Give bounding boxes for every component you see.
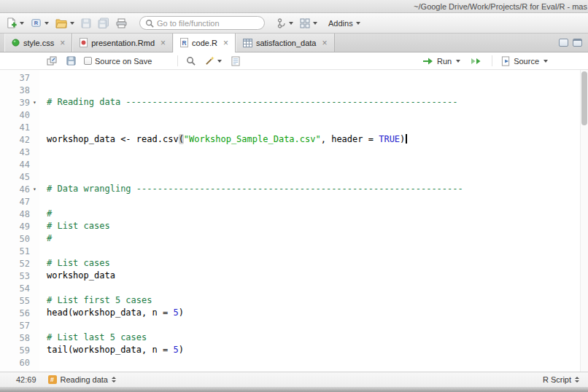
save-button[interactable] <box>80 17 93 30</box>
run-button[interactable]: Run <box>422 57 460 66</box>
file-type-label: R Script <box>543 375 571 384</box>
updown-arrows-icon <box>575 377 579 383</box>
print-button[interactable] <box>115 17 128 30</box>
fold-arrow-icon[interactable]: ▾ <box>30 96 39 109</box>
compile-report-button[interactable] <box>230 55 241 68</box>
dropdown-caret <box>45 22 49 25</box>
code-line[interactable]: # List cases <box>47 257 588 270</box>
minimize-pane-button[interactable] <box>559 39 568 47</box>
code-editor[interactable]: 373839▾40414243444546▾474849505152535455… <box>0 70 588 372</box>
code-line[interactable]: # List last 5 cases <box>47 332 588 344</box>
run-arrow-icon <box>422 57 434 66</box>
rerun-arrows-icon <box>471 57 481 66</box>
checkbox-icon[interactable] <box>84 57 92 65</box>
version-control-button[interactable] <box>276 17 295 30</box>
code-line[interactable]: # List first 5 cases <box>47 294 588 307</box>
svg-text:R: R <box>34 20 39 26</box>
save-all-button[interactable] <box>96 16 111 30</box>
popout-button[interactable] <box>45 55 58 67</box>
line-number: 61 <box>0 369 39 372</box>
svg-text:R: R <box>182 40 187 47</box>
code-line[interactable] <box>47 195 588 208</box>
code-line[interactable]: # Data wrangling -----------------------… <box>47 183 588 195</box>
source-button[interactable]: Source <box>501 56 548 66</box>
scrollbar-thumb[interactable] <box>581 71 587 125</box>
tab-label: style.css <box>23 39 54 47</box>
tab-presentation-rmd[interactable]: presentation.Rmd × <box>72 34 173 52</box>
code-line[interactable]: tail(workshop_data, n = 5) <box>47 344 588 356</box>
pane-buttons <box>559 34 588 52</box>
section-label: Reading data <box>61 375 108 384</box>
toolbar-separator <box>492 55 492 66</box>
goto-file-box <box>139 16 265 30</box>
line-number: 51 <box>0 245 39 257</box>
main-toolbar: R <box>0 13 588 34</box>
line-number: 56 <box>0 307 39 319</box>
code-line[interactable] <box>47 282 588 294</box>
goto-file-input[interactable] <box>157 19 258 28</box>
source-label: Source <box>514 57 539 66</box>
line-number: 58 <box>0 332 39 344</box>
code-line[interactable] <box>47 109 588 121</box>
code-lines[interactable]: # Reading data -------------------------… <box>39 70 588 372</box>
desktop-edge <box>0 387 588 392</box>
new-file-button[interactable] <box>4 16 26 30</box>
line-number: 43 <box>0 146 39 158</box>
code-line[interactable] <box>47 170 588 183</box>
close-tab-icon[interactable]: × <box>223 39 228 47</box>
maximize-pane-button[interactable] <box>573 39 582 47</box>
data-grid-icon <box>243 39 252 47</box>
close-tab-icon[interactable]: × <box>322 39 327 47</box>
save-button-editor[interactable] <box>65 55 77 67</box>
dropdown-caret <box>70 22 74 25</box>
pane-layout-button[interactable] <box>298 17 319 30</box>
find-replace-button[interactable] <box>185 55 197 67</box>
code-tools-button[interactable] <box>204 55 223 67</box>
search-icon <box>186 56 196 66</box>
code-line[interactable] <box>47 158 588 170</box>
rstudio-window: ~/Google Drive/Work/Projects/R for Eval/… <box>0 0 588 392</box>
tab-label: satisfaction_data <box>256 39 317 47</box>
line-number: 53 <box>0 270 39 282</box>
code-line[interactable] <box>47 319 588 332</box>
file-type-selector[interactable]: R Script <box>543 375 582 384</box>
fold-arrow-icon[interactable]: ▾ <box>30 183 39 195</box>
close-tab-icon[interactable]: × <box>160 39 166 47</box>
source-on-save-toggle[interactable]: Source on Save <box>84 57 152 66</box>
code-line[interactable]: # <box>47 232 588 245</box>
code-line[interactable] <box>47 356 588 369</box>
code-line[interactable] <box>47 369 588 372</box>
addins-button[interactable]: Addins <box>327 17 362 29</box>
tab-style-css[interactable]: style.css × <box>4 34 72 52</box>
open-folder-icon <box>55 18 67 28</box>
code-line[interactable] <box>47 146 588 158</box>
code-line[interactable]: workshop_data <box>47 270 588 282</box>
code-line[interactable] <box>47 84 588 96</box>
section-navigator[interactable]: # Reading data <box>48 375 116 384</box>
line-number: 41 <box>0 121 39 133</box>
code-line[interactable]: # Reading data -------------------------… <box>47 96 588 109</box>
rerun-button[interactable] <box>469 55 483 67</box>
tab-satisfaction-data[interactable]: satisfaction_data × <box>236 34 335 52</box>
tab-code-r[interactable]: R code.R × <box>173 34 236 52</box>
code-line[interactable]: head(workshop_data, n = 5) <box>47 307 588 319</box>
code-line[interactable] <box>47 71 588 84</box>
code-line[interactable]: # <box>47 208 588 220</box>
line-number: 49 <box>0 220 39 232</box>
new-project-button[interactable]: R <box>29 16 50 30</box>
open-file-button[interactable] <box>54 17 76 30</box>
code-line[interactable]: # List cases <box>47 220 588 232</box>
code-line[interactable] <box>47 121 588 133</box>
code-line[interactable] <box>47 245 588 257</box>
section-icon: # <box>48 375 57 384</box>
line-number: 47 <box>0 195 39 208</box>
vertical-scrollbar[interactable] <box>580 70 588 372</box>
line-number: 55 <box>0 294 39 307</box>
code-line[interactable]: workshop_data <- read.csv("Workshop_Samp… <box>47 133 588 146</box>
compile-report-icon <box>231 56 240 66</box>
dropdown-caret <box>543 60 548 63</box>
window-titlebar[interactable]: ~/Google Drive/Work/Projects/R for Eval/… <box>0 0 588 13</box>
close-tab-icon[interactable]: × <box>60 39 65 47</box>
dropdown-caret <box>456 60 460 63</box>
line-number: 38 <box>0 84 39 96</box>
